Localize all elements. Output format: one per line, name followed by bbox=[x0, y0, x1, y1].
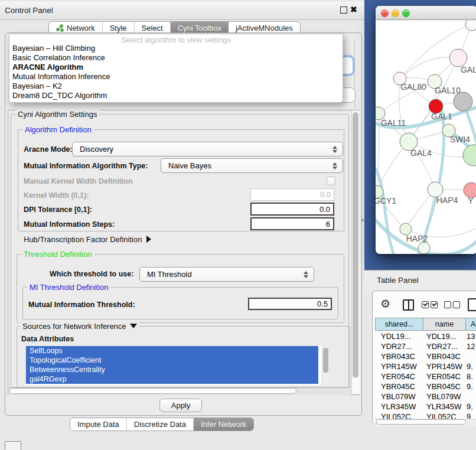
network-node-big-right[interactable] bbox=[463, 145, 476, 166]
combo-arrows-icon bbox=[332, 162, 337, 169]
vertical-scrollbar-thumb[interactable] bbox=[353, 112, 358, 378]
table-row[interactable]: YIL052CYIL052C9 bbox=[375, 412, 476, 419]
unchecked-box-icon[interactable] bbox=[444, 301, 451, 308]
tab-discretize-data[interactable]: Discretize Data bbox=[127, 418, 194, 431]
horizontal-scrollbar-thumb[interactable] bbox=[9, 388, 296, 394]
table-cell: 13 bbox=[467, 331, 475, 341]
table-cell: 9. bbox=[467, 402, 473, 412]
attribute-item[interactable]: gal4RGexp bbox=[26, 374, 318, 384]
algorithm-option[interactable]: Dream8 DC_TDC Algorithm bbox=[9, 91, 343, 100]
table-cell: 9 bbox=[467, 412, 471, 419]
table-cell: YBR043C bbox=[381, 351, 415, 361]
tab-label: Style bbox=[110, 24, 127, 32]
manual-kernel-label: Manual Kernel Width Definition bbox=[24, 177, 133, 185]
table-cell: YPR145W bbox=[426, 361, 462, 371]
column-header-name[interactable]: name bbox=[423, 318, 466, 331]
sources-group-title[interactable]: Sources for Network Inference bbox=[20, 322, 139, 331]
mi-steps-field[interactable]: 6 bbox=[250, 217, 334, 230]
table-row[interactable]: YPR145WYPR145W9. bbox=[375, 361, 476, 371]
algorithm-definition-title: Algorithm Definition bbox=[22, 125, 94, 134]
zoom-traffic-light-icon[interactable] bbox=[402, 9, 410, 17]
float-panel-icon[interactable] bbox=[340, 6, 347, 14]
apply-button[interactable]: Apply bbox=[159, 399, 202, 412]
gear-icon[interactable]: ⚙ bbox=[380, 297, 390, 311]
network-node-hap2[interactable] bbox=[400, 223, 412, 235]
attribute-item[interactable]: TopologicalCoefficient bbox=[26, 356, 318, 365]
algorithm-option[interactable]: Basic Correlation Inference bbox=[9, 53, 343, 63]
hub-definition-expander[interactable]: Hub/Transcription Factor Definition bbox=[24, 235, 151, 244]
network-node-label: SWI4 bbox=[450, 135, 470, 144]
mi-type-combo[interactable]: Naive Bayes bbox=[161, 158, 343, 173]
table-horizontal-scrollbar-thumb[interactable] bbox=[376, 419, 466, 425]
attribute-item[interactable]: BetweennessCentrality bbox=[26, 365, 318, 374]
tab-label: Network bbox=[67, 24, 95, 32]
unchecked-box-icon[interactable] bbox=[453, 301, 460, 308]
tab-label: Select bbox=[142, 24, 163, 32]
network-icon bbox=[56, 24, 64, 32]
network-node-label: GAL1 bbox=[431, 112, 452, 121]
algorithm-option[interactable]: Mutual Information Inference bbox=[9, 72, 343, 81]
app-root: { "control_panel": { "title": "Control P… bbox=[0, 0, 476, 450]
network-edge-thick bbox=[418, 110, 444, 254]
network-window-titlebar[interactable] bbox=[376, 6, 476, 20]
table-cell: YBL079W bbox=[381, 392, 416, 402]
mi-steps-label: Mutual Information Steps: bbox=[24, 220, 115, 229]
network-node-bottom-node[interactable] bbox=[418, 242, 430, 254]
document-icon[interactable] bbox=[468, 298, 476, 311]
algorithm-option[interactable]: Bayesian – Hill Climbing bbox=[9, 44, 343, 53]
close-icon[interactable]: ✖ bbox=[350, 2, 357, 17]
checked-box-icon[interactable] bbox=[422, 301, 429, 308]
splitpane-divider-handle[interactable] bbox=[361, 219, 364, 221]
table-cell: YPR145W bbox=[381, 361, 417, 371]
table-cell: YDR27... bbox=[426, 341, 458, 351]
dpi-tolerance-field[interactable]: 0.0 bbox=[250, 203, 334, 216]
kernel-width-field[interactable]: 0.0 bbox=[250, 188, 334, 201]
table-row[interactable]: YLR345WYLR345W9. bbox=[375, 402, 476, 412]
table-row[interactable]: YBL079WYBL079W bbox=[375, 392, 476, 402]
minimize-traffic-light-icon[interactable] bbox=[392, 9, 399, 17]
table-row[interactable]: YBR045CYBR045C9. bbox=[375, 381, 476, 392]
column-header-partial[interactable]: A bbox=[465, 318, 476, 331]
tab-infer-network[interactable]: Infer Network bbox=[194, 418, 253, 431]
tab-label: Discretize Data bbox=[134, 420, 186, 429]
network-node-label: GAL10 bbox=[435, 86, 461, 95]
table-panel-titlebar: Table Panel bbox=[364, 270, 476, 291]
kernel-width-label: Kernel Width (0,1): bbox=[24, 191, 89, 200]
checked-box-icon[interactable] bbox=[431, 301, 438, 308]
table-row[interactable]: YDR27...YDR27...12 bbox=[375, 341, 476, 351]
expander-arrow-icon bbox=[146, 236, 151, 243]
bottom-tabbar: Impute Data Discretize Data Infer Networ… bbox=[70, 418, 254, 431]
tab-impute-data[interactable]: Impute Data bbox=[70, 418, 127, 431]
column-header-shared[interactable]: shared... bbox=[375, 318, 423, 331]
mi-threshold-field[interactable]: 0.5 bbox=[248, 298, 332, 310]
minimized-panel-icon[interactable] bbox=[5, 441, 21, 450]
algorithm-option[interactable]: Bayesian – K2 bbox=[9, 81, 343, 91]
which-threshold-combo[interactable]: MI Threshold bbox=[139, 267, 314, 282]
columns-icon[interactable] bbox=[403, 299, 414, 311]
network-edge-thick bbox=[376, 163, 395, 254]
table-cell: YBR045C bbox=[426, 381, 461, 392]
algorithm-dropdown-popup: Select algorithm to view settings Bayesi… bbox=[9, 34, 343, 103]
tab-label: jActiveMNodules bbox=[236, 24, 293, 32]
attribute-item[interactable]: SelfLoops bbox=[26, 346, 318, 356]
algorithm-option[interactable]: ARACNE Algorithm bbox=[9, 63, 343, 72]
attributes-scrollbar-thumb[interactable] bbox=[323, 348, 328, 373]
table-row[interactable]: YBR043CYBR043C bbox=[375, 351, 476, 361]
table-cell: YLR345W bbox=[381, 402, 416, 412]
network-node-corner-node[interactable] bbox=[465, 20, 476, 31]
aracne-mode-combo[interactable]: Discovery bbox=[72, 142, 343, 156]
table-row[interactable]: YDL19...YDL19...13 bbox=[375, 331, 476, 341]
table-panel-title: Table Panel bbox=[377, 270, 419, 291]
table-cell: 8. bbox=[467, 371, 473, 381]
network-node-gray-node[interactable] bbox=[454, 92, 472, 111]
combo-arrows-icon bbox=[332, 146, 337, 153]
table-cell: YDL19... bbox=[381, 331, 411, 341]
algorithm-option-list: Bayesian – Hill ClimbingBasic Correlatio… bbox=[9, 44, 343, 100]
table-row[interactable]: YER054CYER054C8. bbox=[375, 371, 476, 381]
cyni-algorithm-settings-title: Cyni Algorithm Settings bbox=[15, 110, 99, 119]
network-canvas[interactable]: GALGAL80GAL10GAL1GAL11SWI4GAL4GCY1HAP4YH… bbox=[376, 20, 476, 254]
network-node-gal7[interactable] bbox=[449, 49, 467, 67]
table-cell: YBL079W bbox=[426, 392, 461, 402]
manual-kernel-checkbox[interactable] bbox=[327, 177, 335, 185]
close-traffic-light-icon[interactable] bbox=[381, 9, 389, 17]
